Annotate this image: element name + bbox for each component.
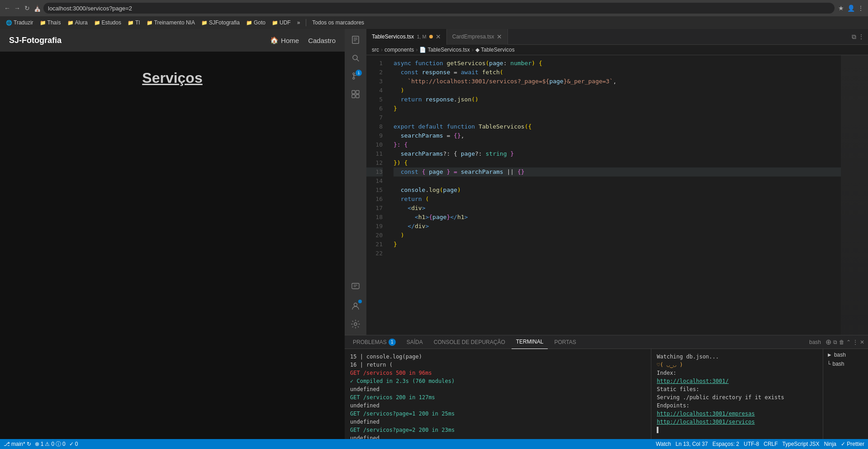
bookmark-all[interactable]: Todos os marcadores xyxy=(310,19,366,27)
tab-ports[interactable]: PORTAS xyxy=(550,335,580,349)
bookmark-thais[interactable]: 📁Thaís xyxy=(38,19,63,27)
minimap xyxy=(841,55,868,335)
line-ending-item[interactable]: CRLF xyxy=(764,441,778,447)
profile-badge xyxy=(358,300,362,303)
more-panel-button[interactable]: ⋮ xyxy=(853,339,858,345)
browser-pane: SJ-Fotografia 🏠 Home Cadastro Serviços xyxy=(0,29,345,439)
spaces-item[interactable]: Espaços: 2 xyxy=(712,441,739,447)
breadcrumb-tableservicos-tsx[interactable]: 📄 TableServicos.tsx xyxy=(419,47,470,53)
search-icon[interactable] xyxy=(348,51,363,65)
bookmarks-more-button[interactable]: » xyxy=(295,19,303,27)
tab-problems[interactable]: PROBLEMAS 1 xyxy=(348,335,400,349)
home-button[interactable]: ⛪ xyxy=(33,5,41,12)
encoding-item[interactable]: UTF-8 xyxy=(744,441,759,447)
home-icon: 🏠 xyxy=(270,36,279,44)
error-count: 1 xyxy=(41,441,44,447)
bookmark-ti[interactable]: 📁TI xyxy=(125,19,142,27)
status-bar: ⎇ main* ↻ ⊗ 1 ⚠ 0 ⓘ 0 ✓ 0 Watch Ln 13, xyxy=(0,439,868,449)
kill-terminal-button[interactable]: 🗑 xyxy=(839,339,844,345)
folder-icon: 📁 xyxy=(201,20,208,26)
tab-terminal[interactable]: TERMINAL xyxy=(512,335,548,349)
folder-icon: 📁 xyxy=(94,20,100,26)
problems-badge: 1 xyxy=(389,339,396,346)
errors-warnings[interactable]: ⊗ 1 ⚠ 0 ⓘ 0 xyxy=(35,440,66,448)
menu-button[interactable]: ⋮ xyxy=(857,5,864,12)
vscode-pane: 1 xyxy=(345,29,868,439)
nav-home-link[interactable]: 🏠 Home xyxy=(270,36,299,44)
language-item[interactable]: TypeScript JSX xyxy=(783,441,820,447)
bookmark-udf[interactable]: 📁UDF xyxy=(270,19,293,27)
source-control-icon[interactable]: 1 xyxy=(348,69,363,83)
breadcrumb: src › components › 📄 TableServicos.tsx ›… xyxy=(366,45,868,55)
extensions-icon[interactable] xyxy=(348,87,363,101)
bookmark-button[interactable]: ★ xyxy=(837,5,844,12)
git-branch[interactable]: ⎇ main* ↻ xyxy=(4,441,31,447)
url-bar[interactable] xyxy=(43,3,835,14)
code-content[interactable]: async function getServicos(page: number)… xyxy=(388,55,841,335)
content-row: SJ-Fotografia 🏠 Home Cadastro Serviços xyxy=(0,29,868,439)
warning-icon: ⚠ xyxy=(45,441,50,447)
watch-label: Watch xyxy=(656,441,671,447)
split-editor-button[interactable]: ⧉ xyxy=(852,33,856,41)
explorer-icon[interactable] xyxy=(348,33,363,47)
bash-list: ► bash └ bash xyxy=(823,349,868,439)
bookmarks-bar: 🌐Traduzir 📁Thaís 📁Alura 📁Estudos 📁TI 📁Tr… xyxy=(0,16,868,29)
code-editor: 12345678910111213141516171819202122 asyn… xyxy=(366,55,868,335)
nav-cadastro-link[interactable]: Cadastro xyxy=(308,36,336,44)
watch-item[interactable]: Watch xyxy=(656,441,671,447)
site-navbar: SJ-Fotografia 🏠 Home Cadastro xyxy=(0,29,345,52)
tab-cardempresa[interactable]: CardEmpresa.tsx ✕ xyxy=(447,29,508,45)
browser-toolbar: ← → ↻ ⛪ ★ 👤 ⋮ xyxy=(0,0,868,16)
warning-count: 0 xyxy=(51,441,54,447)
formatter: Ninja xyxy=(824,441,836,447)
panel-actions: bash ⊕ ⧉ 🗑 ⌃ ⋮ ✕ xyxy=(806,338,864,346)
breadcrumb-src[interactable]: src xyxy=(372,47,379,53)
close-panel-button[interactable]: ✕ xyxy=(860,339,864,345)
bash-item-2[interactable]: └ bash xyxy=(825,360,866,368)
error-icon: ⊗ xyxy=(35,441,39,447)
tab-tableservicos-label: TableServicos.tsx xyxy=(372,33,414,40)
vscode-layout: 1 xyxy=(345,29,868,335)
bookmark-traduzir[interactable]: 🌐Traduzir xyxy=(4,19,36,27)
breadcrumb-components[interactable]: components xyxy=(384,47,414,53)
bookmark-treinamento[interactable]: 📁Treinamento NIA xyxy=(144,19,197,27)
more-actions-button[interactable]: ⋮ xyxy=(858,33,864,40)
back-button[interactable]: ← xyxy=(4,5,11,12)
maximize-panel-button[interactable]: ⌃ xyxy=(846,339,851,345)
language: TypeScript JSX xyxy=(783,441,820,447)
split-terminal-button[interactable]: ⧉ xyxy=(833,339,837,345)
bookmark-estudos[interactable]: 📁Estudos xyxy=(92,19,123,27)
refresh-button[interactable]: ↻ xyxy=(24,5,31,12)
settings-icon[interactable] xyxy=(348,317,363,331)
folder-icon: 📁 xyxy=(272,20,278,26)
line-col: Ln 13, Col 37 xyxy=(675,441,707,447)
tab-output[interactable]: SAÍDA xyxy=(402,335,427,349)
breadcrumb-tableservicos-fn[interactable]: ◆ TableServicos xyxy=(475,47,515,53)
bookmark-alura[interactable]: 📁Alura xyxy=(65,19,90,27)
svg-rect-0 xyxy=(352,36,359,43)
tab-close-button[interactable]: ✕ xyxy=(436,33,441,40)
terminal-left[interactable]: 15 | console.log(page)16 | return (GET /… xyxy=(345,349,651,439)
browser-chrome: ← → ↻ ⛪ ★ 👤 ⋮ 🌐Traduzir 📁Thaís 📁Alura 📁E… xyxy=(0,0,868,29)
browser-content: SJ-Fotografia 🏠 Home Cadastro Serviços xyxy=(0,29,345,439)
remote-icon[interactable] xyxy=(348,279,363,293)
folder-icon: 📁 xyxy=(40,20,46,26)
formatter-item[interactable]: Ninja xyxy=(824,441,836,447)
checks-item[interactable]: ✓ 0 xyxy=(69,441,78,447)
prettier-item[interactable]: ✓ Prettier xyxy=(841,441,864,447)
forward-button[interactable]: → xyxy=(14,5,21,12)
tab-debug-console[interactable]: CONSOLE DE DEPURAÇÃO xyxy=(429,335,510,349)
status-right: Watch Ln 13, Col 37 Espaços: 2 UTF-8 CRL… xyxy=(656,441,864,447)
bash-item-1[interactable]: ► bash xyxy=(825,351,866,359)
bash-label: bash xyxy=(834,352,846,358)
profile-button[interactable]: 👤 xyxy=(847,5,854,12)
svg-point-17 xyxy=(354,303,357,306)
line-col-item[interactable]: Ln 13, Col 37 xyxy=(675,441,707,447)
profile-icon[interactable] xyxy=(348,299,363,313)
sync-icon: ↻ xyxy=(27,441,31,447)
bookmark-sjfotografia[interactable]: 📁SJFotografia xyxy=(199,19,242,27)
line-ending: CRLF xyxy=(764,441,778,447)
tab-tableservicos[interactable]: TableServicos.tsx 1, M ✕ xyxy=(366,29,447,45)
bookmark-goto[interactable]: 📁Goto xyxy=(244,19,268,27)
tab-close-button[interactable]: ✕ xyxy=(497,33,502,40)
